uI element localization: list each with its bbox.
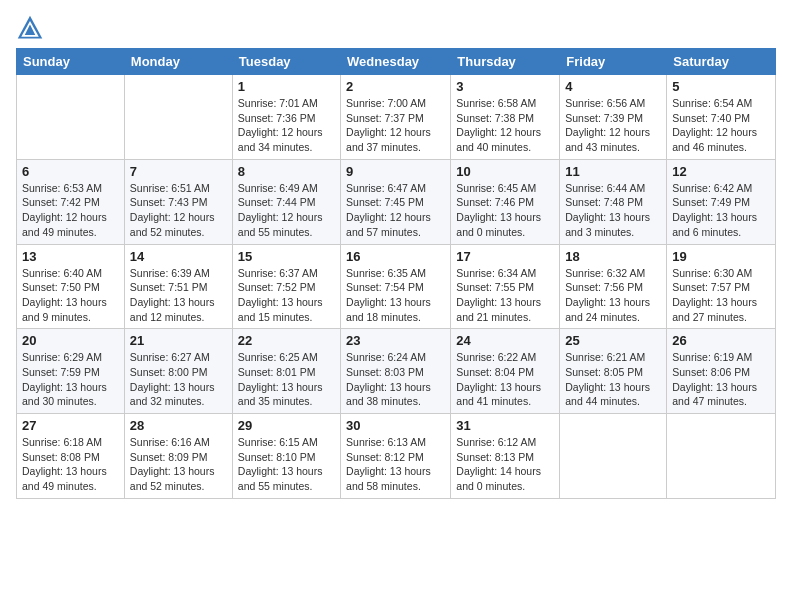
- day-number: 5: [672, 79, 770, 94]
- day-info: Sunrise: 6:35 AM Sunset: 7:54 PM Dayligh…: [346, 266, 445, 325]
- day-info: Sunrise: 6:51 AM Sunset: 7:43 PM Dayligh…: [130, 181, 227, 240]
- day-info: Sunrise: 6:37 AM Sunset: 7:52 PM Dayligh…: [238, 266, 335, 325]
- calendar-cell: 11Sunrise: 6:44 AM Sunset: 7:48 PM Dayli…: [560, 159, 667, 244]
- calendar-header-tuesday: Tuesday: [232, 49, 340, 75]
- day-info: Sunrise: 6:32 AM Sunset: 7:56 PM Dayligh…: [565, 266, 661, 325]
- calendar-cell: 12Sunrise: 6:42 AM Sunset: 7:49 PM Dayli…: [667, 159, 776, 244]
- day-number: 22: [238, 333, 335, 348]
- calendar-header-row: SundayMondayTuesdayWednesdayThursdayFrid…: [17, 49, 776, 75]
- day-number: 31: [456, 418, 554, 433]
- day-info: Sunrise: 6:40 AM Sunset: 7:50 PM Dayligh…: [22, 266, 119, 325]
- calendar-cell: 24Sunrise: 6:22 AM Sunset: 8:04 PM Dayli…: [451, 329, 560, 414]
- calendar-cell: 19Sunrise: 6:30 AM Sunset: 7:57 PM Dayli…: [667, 244, 776, 329]
- calendar-cell: 6Sunrise: 6:53 AM Sunset: 7:42 PM Daylig…: [17, 159, 125, 244]
- header: [16, 10, 776, 42]
- day-number: 8: [238, 164, 335, 179]
- calendar-cell: 23Sunrise: 6:24 AM Sunset: 8:03 PM Dayli…: [341, 329, 451, 414]
- day-info: Sunrise: 6:25 AM Sunset: 8:01 PM Dayligh…: [238, 350, 335, 409]
- calendar-cell: 26Sunrise: 6:19 AM Sunset: 8:06 PM Dayli…: [667, 329, 776, 414]
- day-number: 27: [22, 418, 119, 433]
- day-info: Sunrise: 6:15 AM Sunset: 8:10 PM Dayligh…: [238, 435, 335, 494]
- calendar-header-sunday: Sunday: [17, 49, 125, 75]
- day-number: 23: [346, 333, 445, 348]
- logo-icon: [16, 14, 44, 42]
- calendar-cell: [560, 414, 667, 499]
- day-number: 1: [238, 79, 335, 94]
- calendar-cell: 30Sunrise: 6:13 AM Sunset: 8:12 PM Dayli…: [341, 414, 451, 499]
- day-number: 15: [238, 249, 335, 264]
- day-info: Sunrise: 6:30 AM Sunset: 7:57 PM Dayligh…: [672, 266, 770, 325]
- day-info: Sunrise: 6:24 AM Sunset: 8:03 PM Dayligh…: [346, 350, 445, 409]
- day-number: 9: [346, 164, 445, 179]
- calendar-week-row: 6Sunrise: 6:53 AM Sunset: 7:42 PM Daylig…: [17, 159, 776, 244]
- calendar-cell: 20Sunrise: 6:29 AM Sunset: 7:59 PM Dayli…: [17, 329, 125, 414]
- calendar-header-thursday: Thursday: [451, 49, 560, 75]
- calendar-cell: 21Sunrise: 6:27 AM Sunset: 8:00 PM Dayli…: [124, 329, 232, 414]
- calendar-cell: 16Sunrise: 6:35 AM Sunset: 7:54 PM Dayli…: [341, 244, 451, 329]
- calendar-cell: 18Sunrise: 6:32 AM Sunset: 7:56 PM Dayli…: [560, 244, 667, 329]
- day-info: Sunrise: 6:42 AM Sunset: 7:49 PM Dayligh…: [672, 181, 770, 240]
- calendar-week-row: 20Sunrise: 6:29 AM Sunset: 7:59 PM Dayli…: [17, 329, 776, 414]
- calendar-cell: 27Sunrise: 6:18 AM Sunset: 8:08 PM Dayli…: [17, 414, 125, 499]
- calendar-cell: [124, 75, 232, 160]
- day-info: Sunrise: 6:45 AM Sunset: 7:46 PM Dayligh…: [456, 181, 554, 240]
- calendar-cell: 13Sunrise: 6:40 AM Sunset: 7:50 PM Dayli…: [17, 244, 125, 329]
- page: SundayMondayTuesdayWednesdayThursdayFrid…: [0, 0, 792, 612]
- day-number: 2: [346, 79, 445, 94]
- day-info: Sunrise: 6:29 AM Sunset: 7:59 PM Dayligh…: [22, 350, 119, 409]
- day-number: 13: [22, 249, 119, 264]
- day-number: 10: [456, 164, 554, 179]
- day-number: 26: [672, 333, 770, 348]
- day-info: Sunrise: 6:27 AM Sunset: 8:00 PM Dayligh…: [130, 350, 227, 409]
- calendar-cell: 28Sunrise: 6:16 AM Sunset: 8:09 PM Dayli…: [124, 414, 232, 499]
- calendar-header-wednesday: Wednesday: [341, 49, 451, 75]
- day-info: Sunrise: 6:58 AM Sunset: 7:38 PM Dayligh…: [456, 96, 554, 155]
- day-number: 24: [456, 333, 554, 348]
- day-number: 17: [456, 249, 554, 264]
- day-info: Sunrise: 6:56 AM Sunset: 7:39 PM Dayligh…: [565, 96, 661, 155]
- day-number: 12: [672, 164, 770, 179]
- calendar-cell: 15Sunrise: 6:37 AM Sunset: 7:52 PM Dayli…: [232, 244, 340, 329]
- day-number: 28: [130, 418, 227, 433]
- day-number: 29: [238, 418, 335, 433]
- day-number: 16: [346, 249, 445, 264]
- day-number: 30: [346, 418, 445, 433]
- day-number: 19: [672, 249, 770, 264]
- day-info: Sunrise: 6:53 AM Sunset: 7:42 PM Dayligh…: [22, 181, 119, 240]
- calendar-week-row: 27Sunrise: 6:18 AM Sunset: 8:08 PM Dayli…: [17, 414, 776, 499]
- logo: [16, 14, 48, 42]
- calendar-header-monday: Monday: [124, 49, 232, 75]
- day-number: 21: [130, 333, 227, 348]
- calendar-cell: 31Sunrise: 6:12 AM Sunset: 8:13 PM Dayli…: [451, 414, 560, 499]
- day-number: 7: [130, 164, 227, 179]
- day-info: Sunrise: 6:34 AM Sunset: 7:55 PM Dayligh…: [456, 266, 554, 325]
- day-number: 6: [22, 164, 119, 179]
- calendar-cell: 7Sunrise: 6:51 AM Sunset: 7:43 PM Daylig…: [124, 159, 232, 244]
- day-number: 14: [130, 249, 227, 264]
- day-number: 4: [565, 79, 661, 94]
- calendar-cell: 1Sunrise: 7:01 AM Sunset: 7:36 PM Daylig…: [232, 75, 340, 160]
- day-info: Sunrise: 7:01 AM Sunset: 7:36 PM Dayligh…: [238, 96, 335, 155]
- day-info: Sunrise: 6:19 AM Sunset: 8:06 PM Dayligh…: [672, 350, 770, 409]
- calendar-cell: 14Sunrise: 6:39 AM Sunset: 7:51 PM Dayli…: [124, 244, 232, 329]
- calendar-header-saturday: Saturday: [667, 49, 776, 75]
- day-info: Sunrise: 6:22 AM Sunset: 8:04 PM Dayligh…: [456, 350, 554, 409]
- day-info: Sunrise: 6:39 AM Sunset: 7:51 PM Dayligh…: [130, 266, 227, 325]
- day-number: 18: [565, 249, 661, 264]
- calendar-cell: [17, 75, 125, 160]
- calendar-cell: 9Sunrise: 6:47 AM Sunset: 7:45 PM Daylig…: [341, 159, 451, 244]
- calendar-cell: 29Sunrise: 6:15 AM Sunset: 8:10 PM Dayli…: [232, 414, 340, 499]
- day-info: Sunrise: 6:54 AM Sunset: 7:40 PM Dayligh…: [672, 96, 770, 155]
- day-info: Sunrise: 6:49 AM Sunset: 7:44 PM Dayligh…: [238, 181, 335, 240]
- day-number: 25: [565, 333, 661, 348]
- calendar-cell: 22Sunrise: 6:25 AM Sunset: 8:01 PM Dayli…: [232, 329, 340, 414]
- calendar-week-row: 1Sunrise: 7:01 AM Sunset: 7:36 PM Daylig…: [17, 75, 776, 160]
- calendar-week-row: 13Sunrise: 6:40 AM Sunset: 7:50 PM Dayli…: [17, 244, 776, 329]
- calendar-cell: 8Sunrise: 6:49 AM Sunset: 7:44 PM Daylig…: [232, 159, 340, 244]
- calendar-cell: 4Sunrise: 6:56 AM Sunset: 7:39 PM Daylig…: [560, 75, 667, 160]
- day-info: Sunrise: 6:12 AM Sunset: 8:13 PM Dayligh…: [456, 435, 554, 494]
- calendar-cell: 10Sunrise: 6:45 AM Sunset: 7:46 PM Dayli…: [451, 159, 560, 244]
- calendar-cell: 2Sunrise: 7:00 AM Sunset: 7:37 PM Daylig…: [341, 75, 451, 160]
- calendar-cell: [667, 414, 776, 499]
- day-number: 11: [565, 164, 661, 179]
